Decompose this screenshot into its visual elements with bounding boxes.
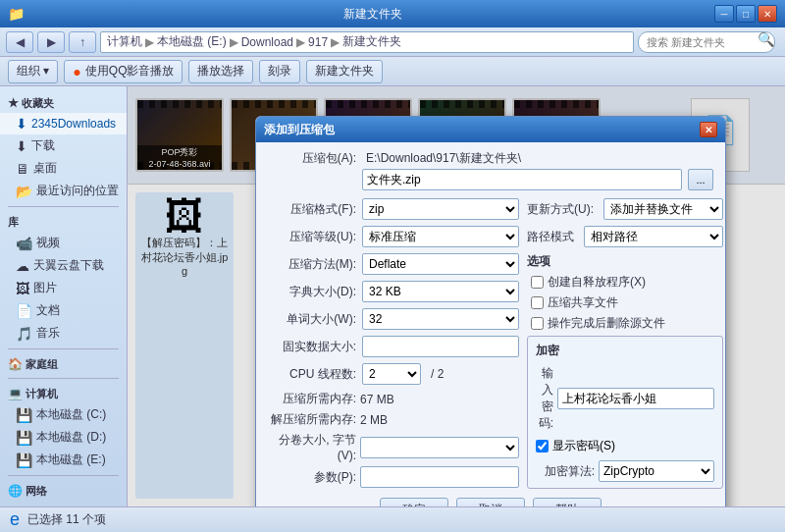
sidebar-item-docs-label: 文档	[36, 302, 60, 319]
opt3-checkbox[interactable]	[531, 317, 544, 330]
drive-d-icon: 💾	[16, 430, 32, 446]
solid-label: 固实数据大小:	[268, 339, 356, 355]
sidebar-item-cloud-label: 天翼云盘下载	[33, 257, 104, 274]
search-input[interactable]	[638, 31, 775, 53]
sidebar-item-docs[interactable]: 📄 文档	[0, 299, 127, 322]
comp-mem-row: 压缩所需内存: 67 MB	[268, 391, 519, 407]
computer-section: 💻 计算机 💾 本地磁盘 (C:) 💾 本地磁盘 (D:) 💾 本地磁盘 (E:…	[0, 383, 127, 471]
archive-path-value: E:\Download\917\新建文件夹\	[362, 150, 713, 167]
cpu-select[interactable]: 2	[362, 363, 421, 385]
archive-file-row: ...	[362, 169, 713, 190]
vol-label: 分卷大小, 字节(V):	[268, 432, 356, 462]
window-title: 新建文件夹	[30, 6, 714, 23]
up-button[interactable]: ↑	[69, 31, 96, 53]
organize-button[interactable]: 组织 ▾	[8, 60, 58, 83]
update-label: 更新方式(U):	[527, 201, 594, 218]
level-select[interactable]: 标准压缩	[362, 226, 519, 247]
docs-icon: 📄	[16, 303, 32, 319]
opt1-checkbox[interactable]	[531, 276, 544, 289]
dialog-left-col: 压缩格式(F): zip 压缩等级(U): 标准压缩	[268, 198, 519, 492]
network-header[interactable]: 🌐 网络	[0, 480, 127, 501]
sidebar-item-cloud[interactable]: ☁ 天翼云盘下载	[0, 254, 127, 277]
window-icon: 📁	[8, 6, 25, 22]
method-row: 压缩方法(M): Deflate	[268, 253, 519, 275]
format-row: 压缩格式(F): zip	[268, 198, 519, 220]
method-select[interactable]: Deflate	[362, 253, 519, 275]
dialog-title: 添加到压缩包	[264, 122, 700, 138]
opt2-checkbox[interactable]	[531, 296, 544, 309]
sidebar-item-recent[interactable]: 📂 最近访问的位置	[0, 180, 127, 202]
solid-input[interactable]	[362, 336, 519, 357]
sidebar-sep-1	[8, 206, 119, 207]
algo-select[interactable]: ZipCrypto	[599, 460, 714, 482]
comp-mem-label: 压缩所需内存:	[268, 391, 356, 407]
computer-header[interactable]: 💻 计算机	[0, 383, 127, 403]
forward-button[interactable]: ▶	[37, 31, 65, 53]
decomp-mem-row: 解压缩所需内存: 2 MB	[268, 411, 519, 428]
cpu-row: CPU 线程数: 2 / 2	[268, 363, 519, 385]
maximize-button[interactable]: □	[736, 5, 756, 23]
dialog-two-columns: 压缩格式(F): zip 压缩等级(U): 标准压缩	[268, 198, 713, 492]
sidebar-sep-4	[8, 475, 119, 476]
burn-button[interactable]: 刻录	[259, 60, 300, 83]
sidebar-item-c-label: 本地磁盘 (C:)	[36, 406, 106, 423]
level-row: 压缩等级(U): 标准压缩	[268, 226, 519, 247]
sidebar-item-d-label: 本地磁盘 (D:)	[36, 429, 106, 446]
dict-select[interactable]: 32 KB	[362, 281, 519, 302]
new-folder-label: 新建文件夹	[315, 63, 374, 80]
pwd-row: 输入密码:	[536, 365, 714, 432]
sidebar-item-desktop[interactable]: 🖥 桌面	[0, 157, 127, 180]
sidebar-item-video[interactable]: 📹 视频	[0, 232, 127, 254]
sidebar-sep-3	[8, 378, 119, 379]
address-path[interactable]: 计算机 ▶ 本地磁盘 (E:) ▶ Download ▶ 917 ▶ 新建文件夹	[100, 31, 634, 53]
password-input[interactable]	[557, 388, 714, 409]
sidebar: ★ 收藏夹 ⬇ 2345Downloads ⬇ 下载 🖥 桌面 📂 最近访问的位…	[0, 86, 128, 506]
back-button[interactable]: ◀	[6, 31, 33, 53]
cancel-button[interactable]: 取消	[456, 498, 525, 506]
close-button[interactable]: ✕	[758, 5, 777, 23]
params-row: 参数(P):	[268, 466, 519, 488]
ok-button[interactable]: 确定	[380, 498, 448, 506]
dict-row: 字典大小(D): 32 KB	[268, 281, 519, 302]
sidebar-item-pictures[interactable]: 🖼 图片	[0, 277, 127, 299]
update-select[interactable]: 添加并替换文件	[603, 198, 723, 220]
params-input[interactable]	[360, 466, 519, 488]
sidebar-item-e[interactable]: 💾 本地磁盘 (E:)	[0, 449, 127, 471]
decomp-mem-value: 2 MB	[360, 413, 388, 427]
sidebar-item-recent-label: 最近访问的位置	[36, 183, 119, 199]
dialog-close-button[interactable]: ✕	[700, 122, 717, 137]
favorites-header[interactable]: ★ 收藏夹	[0, 92, 127, 113]
minimize-button[interactable]: ─	[714, 5, 734, 23]
homegroup-section: 🏠 家庭组	[0, 353, 127, 374]
homegroup-header[interactable]: 🏠 家庭组	[0, 353, 127, 374]
library-header[interactable]: 库	[0, 211, 127, 232]
opt1-row: 创建自释放程序(X)	[527, 274, 723, 291]
browse-button[interactable]: ...	[688, 169, 713, 190]
search-icon-button[interactable]: 🔍	[758, 31, 779, 53]
library-section: 库 📹 视频 ☁ 天翼云盘下载 🖼 图片 📄 文档 🎵 音乐	[0, 211, 127, 345]
sidebar-item-music[interactable]: 🎵 音乐	[0, 322, 127, 345]
format-select[interactable]: zip	[362, 198, 519, 220]
desktop-icon: 🖥	[16, 161, 29, 177]
show-pwd-checkbox[interactable]	[536, 440, 549, 452]
path-segment-folder: 新建文件夹	[342, 33, 401, 50]
archive-path-text: E:\Download\917\新建文件夹\	[366, 151, 521, 165]
help-button[interactable]: 帮助	[533, 498, 602, 506]
sidebar-item-d[interactable]: 💾 本地磁盘 (D:)	[0, 426, 127, 449]
archive-filename-input[interactable]	[362, 169, 682, 190]
path-segment-computer: 计算机	[107, 33, 142, 50]
sidebar-item-xiazai[interactable]: ⬇ 下载	[0, 134, 127, 157]
status-text: 已选择 11 个项	[27, 511, 106, 528]
path-segment-drive: 本地磁盘 (E:)	[157, 33, 227, 50]
word-select[interactable]: 32	[362, 308, 519, 330]
play-button[interactable]: 播放选择	[188, 60, 253, 83]
vol-select[interactable]	[360, 437, 519, 458]
sidebar-item-c[interactable]: 💾 本地磁盘 (C:)	[0, 403, 127, 426]
qq-player-button[interactable]: ● 使用QQ影音播放	[64, 60, 183, 83]
downloads-icon: ⬇	[16, 116, 27, 132]
new-folder-button[interactable]: 新建文件夹	[306, 60, 383, 83]
sidebar-item-downloads[interactable]: ⬇ 2345Downloads	[0, 113, 127, 134]
dialog-footer: 确定 取消 帮助	[268, 492, 713, 506]
path-select[interactable]: 相对路径	[584, 226, 723, 247]
qq-icon: ●	[73, 64, 80, 80]
